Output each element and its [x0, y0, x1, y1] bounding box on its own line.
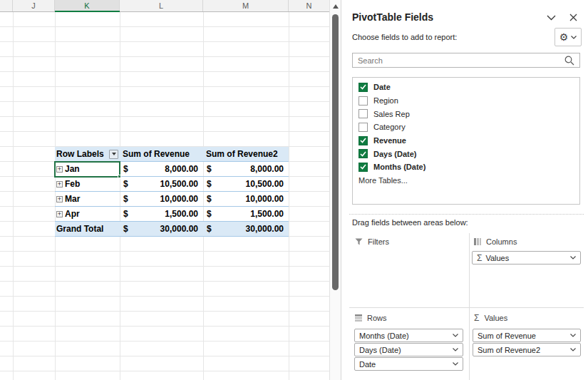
- value: 8,000.00: [250, 164, 284, 174]
- values-drop-area[interactable]: [472, 357, 581, 380]
- column-header-k[interactable]: K: [55, 0, 120, 11]
- value: 10,500.00: [246, 179, 284, 189]
- row-label-cell[interactable]: + Feb: [55, 177, 120, 191]
- field-item-region[interactable]: Region: [359, 94, 574, 108]
- checkbox[interactable]: [359, 136, 368, 145]
- pill-label: Months (Date): [359, 332, 449, 340]
- row-label: Feb: [65, 179, 80, 189]
- value-cell[interactable]: $30,000.00: [120, 222, 203, 236]
- values-field-sum-of-revenue2[interactable]: Sum of Revenue2: [473, 343, 581, 356]
- checkbox[interactable]: [359, 123, 368, 132]
- value-cell[interactable]: $10,000.00: [203, 192, 289, 206]
- column-header-partial[interactable]: [0, 0, 13, 11]
- values-label: Values: [484, 314, 507, 322]
- gridline: [289, 12, 289, 380]
- active-cell-selection[interactable]: [54, 161, 120, 178]
- search-placeholder: Search: [358, 56, 564, 65]
- rows-field-months-date[interactable]: Months (Date): [354, 329, 463, 342]
- filters-label: Filters: [368, 237, 389, 246]
- panel-options-button[interactable]: [545, 13, 557, 23]
- scroll-up-button[interactable]: [330, 0, 341, 12]
- value-cell[interactable]: $1,500.00: [120, 207, 203, 221]
- rows-drop-area[interactable]: [352, 371, 466, 380]
- check-icon: [360, 164, 366, 170]
- field-item-sales-rep[interactable]: Sales Rep: [359, 107, 574, 120]
- pivot-row-apr: + Apr $1,500.00 $1,500.00: [55, 207, 289, 222]
- checkbox[interactable]: [359, 109, 368, 118]
- column-header-j[interactable]: J: [13, 0, 55, 11]
- chevron-down-icon: [570, 256, 576, 260]
- check-icon: [360, 138, 366, 143]
- panel-title: PivotTable Fields: [352, 11, 433, 23]
- sum-of-revenue2-header-cell[interactable]: Sum of Revenue2: [203, 147, 289, 161]
- columns-icon: [474, 238, 481, 245]
- values-field-sum-of-revenue[interactable]: Sum of Revenue: [473, 329, 581, 342]
- vertical-scrollbar[interactable]: [329, 0, 341, 380]
- panel-separator: [349, 214, 584, 215]
- columns-drop-area[interactable]: [472, 267, 581, 305]
- value: 10,000.00: [160, 194, 198, 204]
- value-cell[interactable]: $8,000.00: [120, 162, 203, 176]
- currency-symbol: $: [123, 224, 128, 234]
- row-label-cell[interactable]: + Apr: [55, 207, 120, 221]
- expand-icon[interactable]: +: [56, 181, 63, 188]
- field-list: Date Region Sales Rep Category Revenue D…: [352, 77, 580, 205]
- rows-icon: [355, 314, 362, 322]
- column-header-n[interactable]: N: [289, 0, 329, 11]
- chevron-down-icon: [570, 334, 576, 337]
- pivot-row-mar: + Mar $10,000.00 $10,000.00: [55, 192, 289, 207]
- expand-icon[interactable]: +: [56, 211, 63, 217]
- expand-icon[interactable]: +: [56, 196, 63, 202]
- row-label-cell[interactable]: + Mar: [55, 192, 120, 206]
- field-item-date[interactable]: Date: [359, 81, 574, 94]
- rows-field-date[interactable]: Date: [354, 357, 463, 371]
- value-cell[interactable]: $30,000.00: [203, 222, 289, 236]
- currency-symbol: $: [123, 164, 128, 174]
- checkbox[interactable]: [359, 149, 368, 158]
- value-cell[interactable]: $10,500.00: [120, 177, 203, 191]
- checkbox[interactable]: [359, 163, 368, 172]
- pill-label: Date: [359, 360, 449, 369]
- pill-label: Days (Date): [359, 346, 449, 354]
- pivot-table: Row Labels Sum of Revenue Sum of Revenue…: [55, 147, 289, 237]
- rows-field-days-date[interactable]: Days (Date): [354, 343, 463, 356]
- scrollbar-thumb[interactable]: [332, 14, 339, 290]
- value-cell[interactable]: $8,000.00: [203, 162, 289, 176]
- field-item-revenue[interactable]: Revenue: [359, 134, 574, 148]
- value-cell[interactable]: $10,500.00: [203, 177, 289, 191]
- values-area-header: Σ Values: [474, 314, 507, 322]
- field-label: Sales Rep: [373, 110, 410, 118]
- field-item-months-date[interactable]: Months (Date): [359, 160, 574, 174]
- row-label: Apr: [65, 209, 80, 219]
- panel-close-button[interactable]: [567, 11, 579, 23]
- excel-window: J K L M N Row Labels Sum of Revenue Sum …: [0, 0, 588, 380]
- column-header-strip: J K L M N: [0, 0, 329, 12]
- tools-button[interactable]: ⚙: [555, 28, 582, 46]
- fill-handle[interactable]: [118, 175, 121, 178]
- chevron-down-icon: [453, 362, 458, 366]
- close-icon: [569, 14, 577, 21]
- field-item-days-date[interactable]: Days (Date): [359, 147, 574, 160]
- value-cell[interactable]: $1,500.00: [203, 207, 289, 221]
- checkbox[interactable]: [359, 96, 368, 106]
- filters-drop-area[interactable]: [352, 250, 466, 305]
- grand-total-label-cell[interactable]: Grand Total: [55, 222, 120, 236]
- sum-of-revenue-header-cell[interactable]: Sum of Revenue: [120, 147, 203, 161]
- checkbox[interactable]: [359, 83, 368, 92]
- columns-field-values[interactable]: Σ Values: [472, 251, 581, 265]
- value: 1,500.00: [250, 209, 284, 219]
- row-labels-header-cell[interactable]: Row Labels: [55, 147, 120, 161]
- row-labels-filter-button[interactable]: [109, 150, 118, 159]
- field-label: Months (Date): [373, 163, 425, 171]
- column-header-m[interactable]: M: [203, 0, 289, 11]
- column-header-l[interactable]: L: [120, 0, 203, 11]
- value: 8,000.00: [165, 164, 198, 174]
- sheet-grid[interactable]: Row Labels Sum of Revenue Sum of Revenue…: [0, 12, 329, 380]
- value-cell[interactable]: $10,000.00: [120, 192, 203, 206]
- areas-horizontal-divider: [349, 307, 584, 308]
- search-box[interactable]: Search: [352, 53, 580, 68]
- field-item-category[interactable]: Category: [359, 120, 574, 134]
- more-tables-link[interactable]: More Tables...: [359, 174, 574, 188]
- currency-symbol: $: [207, 209, 212, 219]
- sigma-icon: Σ: [477, 254, 482, 262]
